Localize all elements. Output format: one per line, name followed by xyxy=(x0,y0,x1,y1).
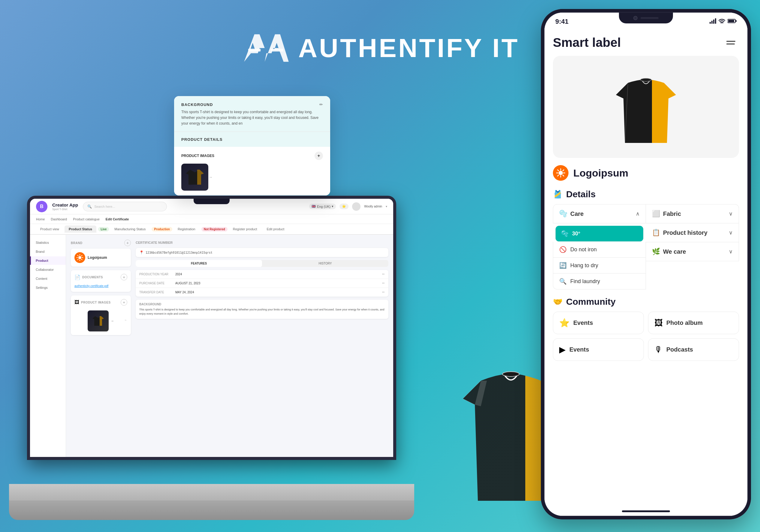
menu-line-2 xyxy=(726,43,735,44)
care-item-find-laundry[interactable]: 🔍 Find laundry xyxy=(553,273,646,289)
language-badge[interactable]: 🇬🇧 Eng (UK) ▾ xyxy=(309,204,336,209)
product-history-label-group: 📋 Product history xyxy=(652,229,707,237)
phone-frame: 9:41 xyxy=(541,9,751,519)
transfer-date-edit[interactable]: ✏ xyxy=(382,290,385,294)
product-history-cell[interactable]: 📋 Product history ∨ xyxy=(646,223,739,242)
history-tab[interactable]: HISTORY xyxy=(262,260,388,267)
sidebar-item-collaborator[interactable]: Collaborator xyxy=(30,266,66,274)
sidebar-item-brand[interactable]: Brand xyxy=(30,247,66,256)
star-icon-btn[interactable]: ⭐ xyxy=(340,204,349,209)
status-live: Live xyxy=(98,227,109,231)
svg-line-29 xyxy=(563,170,564,171)
flag-icon: 🇬🇧 xyxy=(311,205,316,208)
production-year-val: 2024 xyxy=(175,272,182,276)
production-year-key: PRODUCTION YEAR xyxy=(139,272,175,276)
tab-product-status[interactable]: Product Status xyxy=(65,225,96,233)
documents-label: DOCUMENTS xyxy=(82,276,103,279)
community-card-photo-album[interactable]: 🖼 Photo album xyxy=(648,312,739,334)
content-right-col: CERTIFICATE NUMBER 📍 123Abcd5678efgh9101… xyxy=(136,240,388,452)
bottom-spacer xyxy=(553,368,739,380)
features-tabs: FEATURES HISTORY xyxy=(136,260,388,267)
hamburger-menu-icon[interactable] xyxy=(726,36,739,49)
tab-edit-product[interactable]: Edit product xyxy=(262,225,289,233)
purchase-date-edit[interactable]: ✏ xyxy=(382,281,385,285)
community-card-podcasts[interactable]: 🎙 Podcasts xyxy=(648,338,739,361)
history-icon: 📋 xyxy=(652,229,660,237)
events-1-label: Events xyxy=(573,319,593,326)
phone-page-header: Smart label xyxy=(553,31,739,56)
svg-rect-18 xyxy=(728,20,734,22)
svg-rect-15 xyxy=(715,18,716,24)
search-bar[interactable]: 🔍 Search here... xyxy=(83,202,167,211)
features-tab[interactable]: FEATURES xyxy=(136,260,262,267)
svg-line-9 xyxy=(81,255,82,256)
panel-add-image-btn[interactable]: + xyxy=(314,152,323,160)
product-history-label: Product history xyxy=(663,229,707,236)
care-item-hang-dry[interactable]: 🔄 Hang to dry xyxy=(553,258,646,273)
laptop-device: B Creator App Sport T-Shirt 🔍 Search her… xyxy=(9,196,414,526)
language-label: Eng (UK) xyxy=(317,205,330,208)
home-bar xyxy=(622,510,670,512)
doc-icon: 📄 xyxy=(74,274,80,280)
status-not-registered: Not Registered xyxy=(201,227,227,231)
nav-product-catalogue[interactable]: Product catalogue xyxy=(73,218,100,221)
location-icon: 📍 xyxy=(139,250,144,255)
laptop-screen: B Creator App Sport T-Shirt 🔍 Search her… xyxy=(27,196,396,460)
hang-dry-icon: 🔄 xyxy=(559,262,567,269)
svg-point-16 xyxy=(722,23,723,24)
production-year-edit[interactable]: ✏ xyxy=(382,272,385,276)
panel-tshirt-icon xyxy=(186,169,204,185)
phone-product-image xyxy=(553,56,739,158)
nav-dashboard[interactable]: Dashboard xyxy=(51,218,67,221)
community-section-header: 🤝 Community xyxy=(553,297,739,307)
community-card-events-1[interactable]: ⭐ Events xyxy=(553,312,644,334)
brand-name-label: Logoipsum xyxy=(88,256,107,260)
find-laundry-icon: 🔍 xyxy=(559,278,567,285)
community-card-events-2[interactable]: ▶ Events xyxy=(553,338,644,361)
right-details-column: ⬜ Fabric ∨ 📋 Product history xyxy=(646,204,739,289)
table-row: TRANSFER DATE MAY 24, 2024 ✏ xyxy=(136,288,388,297)
panel-thumb-1: → xyxy=(181,164,208,191)
no-iron-icon: 🚫 xyxy=(559,246,567,253)
care-item-no-iron[interactable]: 🚫 Do not iron xyxy=(553,242,646,258)
care-header-cell[interactable]: 🫧 Care ∧ xyxy=(553,204,646,223)
phone-inner: 9:41 xyxy=(545,13,747,516)
images-add-btn[interactable]: + xyxy=(121,299,127,306)
svg-rect-14 xyxy=(713,20,714,24)
brand-section-label: BRAND xyxy=(71,241,82,245)
home-indicator[interactable] xyxy=(545,507,747,516)
we-care-cell[interactable]: 🌿 We care ∨ xyxy=(646,242,739,261)
tab-register-product[interactable]: Register product xyxy=(229,225,261,233)
phone-details-section: 🎽 Details 🫧 Care xyxy=(553,189,739,289)
cert-header-row: CERTIFICATE NUMBER xyxy=(136,240,388,245)
care-item-30[interactable]: 🫧 30° xyxy=(555,226,643,242)
app-title: Creator App xyxy=(52,202,78,208)
phone-main-content[interactable]: Smart label xyxy=(545,31,747,507)
cert-details-table: PRODUCTION YEAR 2024 ✏ PURCHASE DATE AUG… xyxy=(136,270,388,297)
cert-number-label: CERTIFICATE NUMBER xyxy=(136,241,172,244)
doc-add-btn[interactable]: + xyxy=(121,274,127,280)
phone-brand-name: Logoipsum xyxy=(573,167,628,179)
sidebar-item-settings[interactable]: Settings xyxy=(30,283,66,292)
brand-title-text: AUTHENTIFY IT xyxy=(298,33,519,63)
panel-edit-icon[interactable]: ✏ xyxy=(319,102,323,107)
creator-tabs: Product view Product Status Live Manufac… xyxy=(30,224,393,235)
status-production: Production xyxy=(152,227,172,231)
panel-pd-title: PRODUCT DETAILS xyxy=(181,137,223,142)
phone-page-title: Smart label xyxy=(553,35,621,50)
svg-point-22 xyxy=(559,171,563,175)
tab-registration[interactable]: Registration xyxy=(173,225,200,233)
sidebar-item-content[interactable]: Content xyxy=(30,274,66,283)
nav-edit-certificate[interactable]: Edit Certificate xyxy=(106,218,129,221)
sidebar-item-product[interactable]: Product xyxy=(30,256,66,265)
nav-home[interactable]: Home xyxy=(36,218,45,221)
fabric-cell[interactable]: ⬜ Fabric ∨ xyxy=(646,204,739,223)
tab-manufacturing[interactable]: Manufacturing Status xyxy=(110,225,150,233)
doc-link[interactable]: authenticity-certificate.pdf xyxy=(74,284,108,288)
no-iron-label: Do not iron xyxy=(570,247,597,253)
svg-line-7 xyxy=(77,255,78,256)
tab-product-view[interactable]: Product view xyxy=(36,225,63,233)
phone-notch xyxy=(619,13,673,24)
sidebar-item-statistics[interactable]: Statistics xyxy=(30,238,66,247)
brand-add-btn[interactable]: + xyxy=(124,240,131,246)
